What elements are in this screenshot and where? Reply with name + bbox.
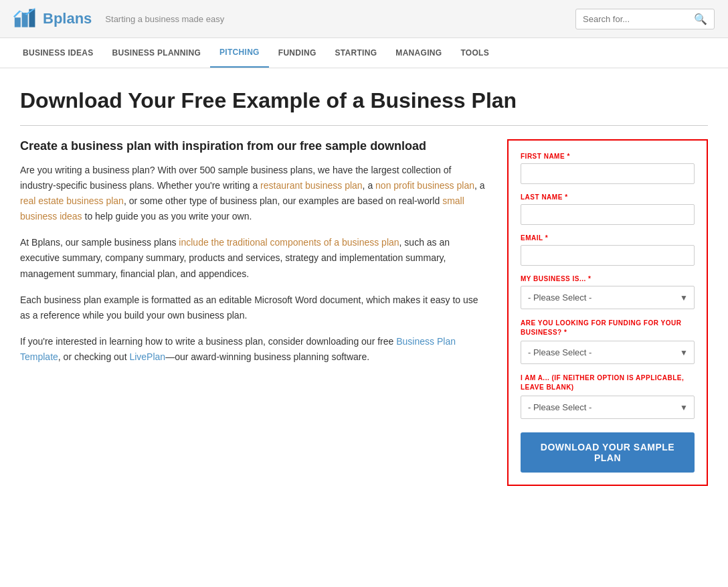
header-left: Bplans Starting a business made easy (13, 7, 224, 31)
divider (20, 125, 708, 126)
link-components[interactable]: include the traditional components of a … (179, 237, 399, 248)
last-name-label: LAST NAME * (521, 193, 695, 201)
svg-rect-0 (15, 17, 21, 27)
form-panel: FIRST NAME * LAST NAME * EMAIL * MY BUSI… (507, 139, 708, 486)
nav-item-pitching[interactable]: PITCHING (210, 38, 269, 68)
funding-select[interactable]: - Please Select - Yes No (521, 341, 695, 364)
link-non-profit[interactable]: non profit business plan (375, 180, 474, 191)
nav-item-business-ideas[interactable]: BUSINESS IDEAS (13, 39, 103, 67)
funding-select-wrapper: - Please Select - Yes No ▼ (521, 341, 695, 364)
role-select[interactable]: - Please Select - Student Entrepreneur I… (521, 396, 695, 419)
nav-item-funding[interactable]: FUNDING (269, 39, 326, 67)
role-label: I AM A... (IF NEITHER OPTION IS APPLICAB… (521, 373, 695, 392)
nav-item-business-planning[interactable]: BUSINESS PLANNING (103, 39, 210, 67)
email-input[interactable] (521, 245, 695, 266)
content-area: Create a business plan with inspiration … (20, 139, 708, 486)
business-label: MY BUSINESS IS... * (521, 275, 695, 282)
paragraph-4: If you're interested in learning how to … (20, 334, 487, 365)
main-content: Download Your Free Example of a Business… (0, 68, 728, 506)
business-select[interactable]: - Please Select - Just Starting Existing… (521, 286, 695, 309)
first-name-input[interactable] (521, 163, 695, 184)
last-name-input[interactable] (521, 204, 695, 225)
search-input[interactable] (583, 14, 690, 24)
nav-item-managing[interactable]: MANAGING (386, 39, 451, 67)
logo-brand-text: Bplans (43, 10, 92, 27)
link-bpt[interactable]: Business Plan Template (20, 336, 456, 362)
paragraph-1: Are you writing a business plan? With ov… (20, 163, 487, 224)
first-name-label: FIRST NAME * (521, 153, 695, 160)
funding-label: ARE YOU LOOKING FOR FUNDING FOR YOUR BUS… (521, 319, 695, 337)
logo-area: Bplans (13, 7, 92, 31)
email-label: EMAIL * (521, 234, 695, 242)
left-content: Create a business plan with inspiration … (20, 139, 487, 375)
header: Bplans Starting a business made easy 🔍 (0, 0, 728, 38)
last-name-group: LAST NAME * (521, 193, 695, 225)
main-nav: BUSINESS IDEAS BUSINESS PLANNING PITCHIN… (0, 38, 728, 68)
logo-icon (13, 7, 37, 31)
page-title: Download Your Free Example of a Business… (20, 88, 708, 113)
first-name-group: FIRST NAME * (521, 153, 695, 184)
nav-item-tools[interactable]: TOOLS (451, 39, 498, 67)
link-real-estate[interactable]: real estate business plan (20, 195, 124, 206)
paragraph-3: Each business plan example is formatted … (20, 292, 487, 323)
email-group: EMAIL * (521, 234, 695, 266)
link-liveplan[interactable]: LivePlan (129, 351, 165, 362)
business-select-wrapper: - Please Select - Just Starting Existing… (521, 286, 695, 309)
funding-group: ARE YOU LOOKING FOR FUNDING FOR YOUR BUS… (521, 319, 695, 364)
tagline: Starting a business made easy (105, 14, 224, 24)
paragraph-2: At Bplans, our sample business plans inc… (20, 235, 487, 281)
role-group: I AM A... (IF NEITHER OPTION IS APPLICAB… (521, 373, 695, 419)
business-group: MY BUSINESS IS... * - Please Select - Ju… (521, 275, 695, 309)
role-select-wrapper: - Please Select - Student Entrepreneur I… (521, 396, 695, 419)
link-restaurant[interactable]: restaurant business plan (260, 180, 363, 191)
search-icon: 🔍 (694, 13, 707, 25)
search-box[interactable]: 🔍 (575, 9, 715, 29)
nav-item-starting[interactable]: STARTING (326, 39, 387, 67)
section-title: Create a business plan with inspiration … (20, 139, 487, 153)
download-button[interactable]: DOWNLOAD YOUR SAMPLE PLAN (521, 432, 695, 473)
